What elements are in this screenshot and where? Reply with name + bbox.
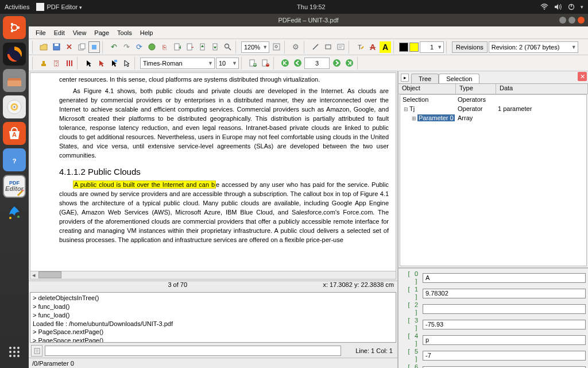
menu-file[interactable]: File	[32, 28, 49, 37]
pointer-red-icon[interactable]	[95, 57, 107, 69]
tab-selection[interactable]: Selection	[439, 74, 479, 83]
wifi-icon[interactable]	[540, 3, 548, 10]
pointer-icon[interactable]	[83, 57, 94, 69]
first-page-icon[interactable]	[279, 57, 291, 69]
param-input[interactable]	[423, 351, 586, 361]
fontsize-combo[interactable]: 10▼	[216, 57, 239, 69]
param-input[interactable]	[423, 335, 586, 345]
param-input[interactable]	[423, 304, 586, 314]
draw-line-icon[interactable]	[310, 41, 321, 53]
dropdown-icon[interactable]: ▾	[581, 4, 583, 10]
copy-icon[interactable]	[76, 41, 87, 53]
tree-col-data[interactable]: Data	[496, 84, 588, 94]
highlighted-text[interactable]: A public cloud is built over the Interne…	[73, 181, 216, 189]
strikethrough-icon[interactable]: A	[367, 41, 378, 53]
color-yellow-swatch[interactable]	[409, 43, 419, 52]
tree-col-type[interactable]: Type	[456, 84, 496, 94]
rhythmbox-icon[interactable]	[3, 95, 26, 118]
page-down-icon[interactable]	[209, 41, 220, 53]
app-menu[interactable]: PDF Editor	[47, 3, 82, 10]
refresh-icon[interactable]: ⟳	[133, 41, 145, 53]
volume-icon[interactable]	[554, 3, 562, 10]
link-icon[interactable]: ⎘	[158, 41, 170, 53]
tree-row[interactable]: ⊟TjOperator1 parameter	[400, 104, 586, 113]
select-all-icon[interactable]	[88, 41, 100, 53]
annotation-icon[interactable]: ⍰	[51, 57, 62, 69]
param-input[interactable]	[423, 273, 586, 283]
close-file-icon[interactable]: ✕	[63, 41, 75, 53]
svg-rect-47	[338, 44, 344, 49]
horizontal-scrollbar[interactable]: ◂	[30, 271, 396, 279]
stamp-icon[interactable]	[38, 57, 49, 69]
paint-icon[interactable]	[3, 201, 26, 224]
page-input[interactable]	[304, 57, 330, 69]
svg-point-63	[281, 59, 289, 67]
svg-point-34	[149, 44, 155, 50]
tree-row[interactable]: ⊞Parameter 0Array	[400, 113, 586, 122]
edit-text-icon[interactable]: T	[354, 41, 366, 53]
undo-icon[interactable]: ↶	[108, 41, 119, 53]
add-bookmark-icon[interactable]: +	[247, 57, 258, 69]
menu-view[interactable]: View	[69, 28, 90, 37]
param-input[interactable]	[423, 320, 586, 329]
remove-bookmark-icon[interactable]: −	[260, 57, 271, 69]
stripes-icon[interactable]	[63, 57, 75, 69]
power-icon[interactable]	[568, 3, 575, 10]
page-counter: 3 of 70	[32, 281, 323, 291]
tree-body[interactable]: SelectionOperators ⊟TjOperator1 paramete…	[400, 94, 587, 266]
linewidth-combo[interactable]: 1▼	[420, 41, 444, 53]
ubuntu-dash-icon[interactable]	[3, 16, 26, 39]
script-console[interactable]: > deleteObjectsInTree() > func_load() > …	[30, 292, 396, 343]
help-icon[interactable]: ?	[3, 148, 26, 171]
menubar: File Edit View Page Tools Help	[29, 26, 588, 39]
clock[interactable]: Thu 19:52	[82, 3, 540, 10]
tab-tree[interactable]: Tree	[411, 74, 439, 83]
maximize-button[interactable]	[568, 17, 575, 24]
world-icon[interactable]	[146, 41, 157, 53]
save-icon[interactable]	[51, 41, 62, 53]
expand-button[interactable]: ▸	[401, 74, 409, 82]
menu-page[interactable]: Page	[91, 28, 113, 37]
history-button[interactable]	[31, 345, 42, 356]
draw-rect-icon[interactable]	[322, 41, 334, 53]
zoom-fit-icon[interactable]	[270, 41, 282, 53]
menu-help[interactable]: Help	[137, 28, 157, 37]
gear-icon[interactable]: ⚙	[290, 41, 301, 53]
find-icon[interactable]	[222, 41, 233, 53]
activities-button[interactable]: Activities	[5, 3, 29, 10]
open-icon[interactable]	[38, 41, 49, 53]
pointer-outline-icon[interactable]	[121, 57, 132, 69]
page-up-icon[interactable]	[196, 41, 208, 53]
menu-edit[interactable]: Edit	[51, 28, 68, 37]
next-page-icon[interactable]	[331, 57, 342, 69]
prev-page-icon[interactable]	[292, 57, 303, 69]
last-page-icon[interactable]	[343, 57, 355, 69]
command-cursor-pos: Line: 1 Col: 1	[343, 347, 395, 354]
document-view[interactable]: center resources. In this sense, cloud p…	[30, 72, 396, 279]
param-input[interactable]	[423, 366, 586, 369]
tree-row[interactable]: SelectionOperators	[400, 95, 586, 104]
minimize-button[interactable]	[559, 17, 566, 24]
tree-col-object[interactable]: Object	[399, 84, 456, 94]
software-icon[interactable]: A	[3, 122, 26, 145]
pdfedit-launcher-icon[interactable]: PDFEditor	[3, 175, 26, 198]
add-page-icon[interactable]: +	[171, 41, 183, 53]
pointer-image-icon[interactable]	[108, 57, 119, 69]
panel-close-icon[interactable]: ✕	[578, 72, 587, 81]
files-icon[interactable]	[3, 69, 26, 92]
redo-icon[interactable]: ↷	[121, 41, 132, 53]
show-apps-icon[interactable]	[3, 340, 26, 363]
zoom-combo[interactable]: 120%▼	[241, 41, 269, 53]
param-input[interactable]	[423, 289, 586, 298]
add-text-icon[interactable]	[335, 41, 346, 53]
remove-page-icon[interactable]: −	[184, 41, 195, 53]
highlight-icon[interactable]: A	[380, 41, 391, 53]
close-button[interactable]	[578, 17, 585, 24]
font-combo[interactable]: Times-Roman▼	[140, 57, 215, 69]
firefox-icon[interactable]	[3, 43, 26, 66]
revision-combo[interactable]: Revision: 2 (7067 bytes)▼	[489, 41, 578, 53]
command-input[interactable]	[45, 346, 341, 356]
menu-tools[interactable]: Tools	[114, 28, 136, 37]
color-black-swatch[interactable]	[399, 43, 408, 52]
window-titlebar[interactable]: PDFedit – UNIT-3.pdf	[29, 14, 588, 26]
